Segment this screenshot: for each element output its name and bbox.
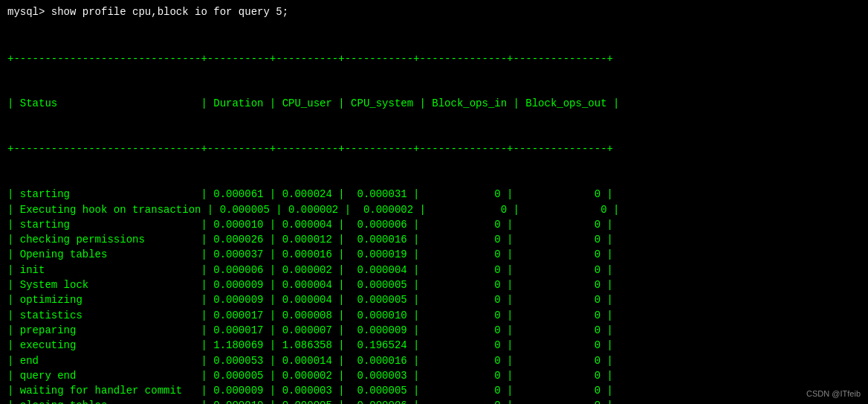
watermark: CSDN @ITfeib <box>806 389 861 398</box>
table-row: | init | 0.000006 | 0.000002 | 0.000004 … <box>7 263 861 278</box>
terminal-window: mysql> show profile cpu,block io for que… <box>7 6 861 404</box>
table-row: | executing | 1.180069 | 1.086358 | 0.19… <box>7 338 861 353</box>
command-line: mysql> show profile cpu,block io for que… <box>7 6 861 18</box>
table-body: | starting | 0.000061 | 0.000024 | 0.000… <box>7 187 861 404</box>
table-row: | checking permissions | 0.000026 | 0.00… <box>7 232 861 247</box>
table-row: | end | 0.000053 | 0.000014 | 0.000016 |… <box>7 353 861 368</box>
table-row: | optimizing | 0.000009 | 0.000004 | 0.0… <box>7 292 861 307</box>
table-header: | Status | Duration | CPU_user | CPU_sys… <box>7 96 861 111</box>
table-row: | Executing hook on transaction | 0.0000… <box>7 202 861 217</box>
table-row: | waiting for handler commit | 0.000009 … <box>7 383 861 398</box>
separator-mid: +------------------------------+--------… <box>7 141 861 156</box>
table-container: +------------------------------+--------… <box>7 21 861 404</box>
table-row: | preparing | 0.000017 | 0.000007 | 0.00… <box>7 323 861 338</box>
table-row: | Opening tables | 0.000037 | 0.000016 |… <box>7 247 861 262</box>
table-row: | starting | 0.000010 | 0.000004 | 0.000… <box>7 217 861 232</box>
table-row: | closing tables | 0.000010 | 0.000005 |… <box>7 398 861 404</box>
table-row: | statistics | 0.000017 | 0.000008 | 0.0… <box>7 308 861 323</box>
separator-top: +------------------------------+--------… <box>7 51 861 66</box>
table-row: | query end | 0.000005 | 0.000002 | 0.00… <box>7 368 861 383</box>
table-row: | starting | 0.000061 | 0.000024 | 0.000… <box>7 187 861 202</box>
table-row: | System lock | 0.000009 | 0.000004 | 0.… <box>7 278 861 292</box>
